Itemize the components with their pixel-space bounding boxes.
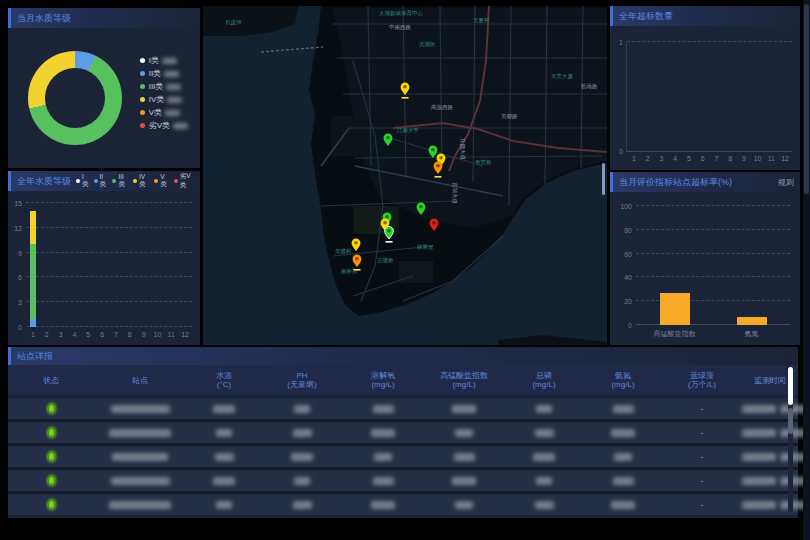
status-dot (47, 427, 56, 438)
redacted-value (262, 405, 342, 413)
redacted-value (186, 429, 262, 437)
map-label: 吴都路 (501, 113, 518, 120)
panel-title: 全年超标数量 (619, 10, 673, 23)
yearly-quality-plot: 03691215123456789101112 (26, 203, 192, 327)
page-scrollbar-track[interactable] (803, 0, 810, 540)
algae-value: - (662, 404, 742, 413)
redacted-value (504, 405, 584, 413)
map-label: 机场路 (581, 83, 598, 90)
column-header: 总磷(mg/L) (504, 371, 584, 389)
redacted-value (504, 453, 584, 461)
legend-item[interactable]: 劣V类 (140, 119, 188, 132)
stacked-bar-segment[interactable] (30, 319, 36, 327)
page-scrollbar-thumb[interactable] (804, 4, 809, 194)
map-label: 天安大厦 (551, 73, 574, 80)
redacted-value (186, 453, 262, 461)
map-label: 立德大道 (459, 138, 466, 161)
table-body: ----- (8, 398, 798, 515)
column-header: 水温(°C) (186, 371, 262, 389)
legend-item[interactable]: III类 (112, 173, 128, 189)
stacked-bar-segment[interactable] (30, 244, 36, 318)
redacted-value (94, 429, 186, 437)
redacted-datetime (742, 477, 810, 485)
quality-donut-chart[interactable] (28, 51, 122, 145)
legend-item[interactable]: 劣V类 (174, 172, 194, 190)
map-label: 寿安桥 (475, 159, 492, 165)
algae-value: - (662, 452, 742, 461)
redacted-datetime (742, 453, 810, 461)
map-scrollbar[interactable] (602, 163, 605, 195)
status-dot (47, 403, 56, 414)
redacted-value (162, 58, 177, 64)
redacted-value (584, 501, 662, 509)
map-label: 吴塘村 (335, 248, 352, 255)
table-row[interactable]: - (8, 470, 798, 491)
redacted-value (94, 453, 186, 461)
panel-yearly-quality: 全年水质等级 I类II类III类IV类V类劣V类 036912151234567… (8, 171, 200, 345)
panel-title: 当月评价指标站点超标率(%) (619, 176, 732, 189)
redacted-value (165, 110, 180, 116)
map-label: 五爱村 (473, 17, 490, 24)
redacted-value (186, 405, 262, 413)
redacted-value (342, 477, 424, 485)
panel-monthly-quality: 当月水质等级 I类II类III类IV类V类劣V类 (8, 8, 200, 168)
map-label: 古塘桥 (377, 257, 394, 264)
legend-item[interactable]: V类 (154, 173, 169, 189)
yearly-quality-legend: I类II类III类IV类V类劣V类 (71, 172, 194, 190)
redacted-value (504, 477, 584, 485)
column-header: 站点 (94, 376, 186, 385)
panel-header: 全年超标数量 (610, 6, 800, 26)
quality-legend: I类II类III类IV类V类劣V类 (140, 54, 188, 132)
redacted-value (424, 453, 504, 461)
table-row[interactable]: - (8, 494, 798, 515)
stacked-bar-segment[interactable] (30, 211, 36, 244)
map-label: 滨湖区 (419, 41, 436, 48)
panel-title: 全年水质等级 (17, 175, 71, 188)
table-scrollbar-thumb[interactable] (788, 367, 793, 405)
legend-item[interactable]: V类 (140, 106, 188, 119)
monthly-rate-plot: 020406080100高锰酸盐指数氨氮 (636, 206, 790, 325)
redacted-value (186, 477, 262, 485)
rules-link[interactable]: 规则 (778, 177, 794, 188)
map-label: 南桥头 (341, 268, 358, 274)
redacted-value (504, 501, 584, 509)
panel-header: 当月评价指标站点超标率(%) 规则 (610, 172, 800, 192)
legend-item[interactable]: I类 (76, 173, 89, 189)
column-header: 状态 (8, 376, 94, 385)
redacted-value (262, 501, 342, 509)
table-scrollbar-track[interactable] (788, 367, 793, 512)
table-title: 站点详报 (17, 350, 53, 363)
map-label: 中南西路 (389, 24, 412, 31)
legend-item[interactable]: IV类 (140, 93, 188, 106)
table-row[interactable]: - (8, 422, 798, 443)
redacted-value (424, 501, 504, 509)
table-row[interactable]: - (8, 398, 798, 419)
rate-bar[interactable] (737, 317, 767, 325)
rate-bar[interactable] (660, 293, 690, 325)
redacted-value (584, 477, 662, 485)
redacted-value (166, 84, 181, 90)
map-label: 太湖新城体育中心 (379, 10, 424, 16)
column-header: PH(无量纲) (262, 371, 342, 389)
city-map[interactable]: 石皮坝太湖新城体育中心中南西路滨湖区五爱村机场路天安大厦高浪西路江南大学吴都路寿… (203, 6, 607, 345)
redacted-value (584, 453, 662, 461)
table-row[interactable]: - (8, 446, 798, 467)
status-dot (47, 451, 56, 462)
legend-item[interactable]: III类 (140, 80, 188, 93)
redacted-value (342, 429, 424, 437)
legend-item[interactable]: IV类 (133, 173, 149, 189)
redacted-value (94, 405, 186, 413)
redacted-value (342, 405, 424, 413)
pin-tag (386, 241, 393, 243)
redacted-value (173, 123, 188, 129)
algae-value: - (662, 428, 742, 437)
legend-item[interactable]: II类 (140, 67, 188, 80)
table-scrollbar-thumb-secondary[interactable] (788, 408, 793, 434)
legend-item[interactable]: I类 (140, 54, 188, 67)
yearly-exceed-plot: 01123456789101112 (626, 42, 792, 152)
legend-item[interactable]: II类 (94, 173, 108, 189)
status-dot (47, 475, 56, 486)
redacted-value (186, 501, 262, 509)
algae-value: - (662, 476, 742, 485)
column-header: 氨氮(mg/L) (584, 371, 662, 389)
